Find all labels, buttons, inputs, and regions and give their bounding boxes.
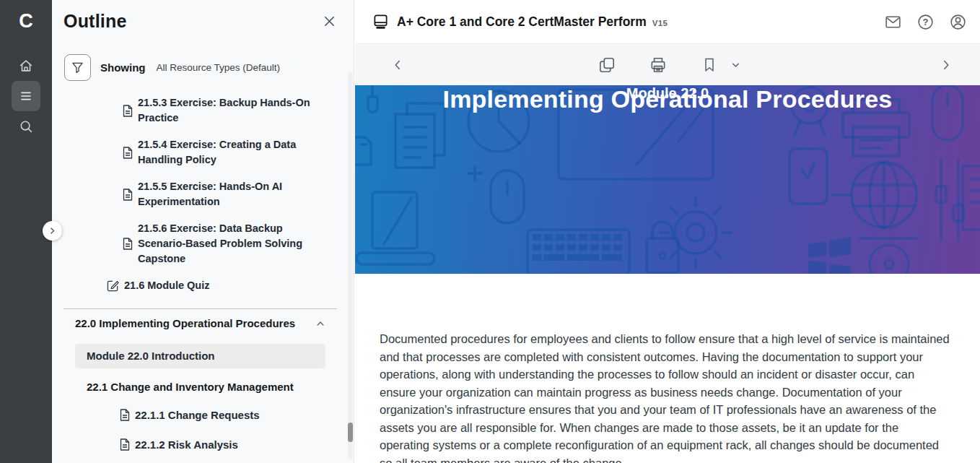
bookmark-icon (701, 56, 718, 74)
lesson-body: Documented procedures for employees and … (355, 274, 980, 463)
home-icon (18, 58, 34, 74)
panel-expand-button[interactable] (43, 221, 62, 241)
close-icon (323, 14, 336, 28)
section-label: 22.0 Implementing Operational Procedures (75, 317, 295, 329)
course-version: V15 (652, 19, 668, 27)
outline-item[interactable]: 21.5.5 Exercise: Hands-On AI Experimenta… (52, 179, 354, 209)
app-window: C Outline (0, 0, 980, 463)
outline-item-label: 21.5.5 Exercise: Hands-On AI Experimenta… (138, 179, 320, 209)
main-content: A+ Core 1 and Core 2 CertMaster Perform … (355, 0, 980, 463)
print-button[interactable] (647, 53, 670, 77)
outline-menu-button[interactable] (12, 81, 40, 111)
outline-divider (64, 308, 337, 309)
outline-item-label: 21.6 Module Quiz (124, 278, 209, 293)
outline-item-quiz[interactable]: 21.6 Module Quiz (52, 278, 354, 293)
outline-title: Outline (64, 11, 127, 32)
copy-icon (598, 56, 616, 74)
print-icon (649, 56, 668, 74)
outline-item[interactable]: 21.5.4 Exercise: Creating a Data Handlin… (52, 137, 354, 168)
search-icon (18, 118, 34, 134)
reader-toolbar (355, 43, 980, 85)
chevron-down-icon (730, 59, 741, 70)
outline-item-label: 21.5.6 Exercise: Data Backup Scenario-Ba… (138, 221, 320, 267)
outline-item[interactable]: 22.1.2 Risk Analysis (52, 437, 354, 452)
close-outline-button[interactable] (321, 13, 338, 30)
filter-button[interactable] (64, 54, 91, 81)
next-page-button[interactable] (936, 55, 956, 75)
document-icon (123, 238, 133, 250)
outline-section-22-header[interactable]: 22.0 Implementing Operational Procedures (75, 317, 325, 329)
bookmark-button[interactable] (699, 54, 720, 76)
banner-pattern (355, 85, 980, 274)
lesson-paragraph: Documented procedures for employees and … (380, 330, 951, 463)
module-banner: Module 22.0 Implementing Operational Pro… (355, 85, 980, 274)
outline-scrollbar-track (348, 72, 353, 459)
account-button[interactable] (948, 12, 968, 33)
bookmark-menu-button[interactable] (728, 57, 743, 72)
document-icon (120, 409, 130, 421)
menu-icon (18, 88, 34, 104)
mail-icon (884, 13, 902, 31)
back-icon (390, 57, 406, 73)
outline-item-selected[interactable]: Module 22.0 Introduction (75, 344, 325, 368)
help-icon: ? (916, 13, 935, 31)
copy-button[interactable] (595, 53, 618, 77)
outline-item-label: 21.5.3 Exercise: Backup Hands-On Practic… (138, 95, 320, 126)
outline-item-label: 22.1.1 Change Requests (135, 407, 260, 423)
filter-value: All Resource Types (Default) (157, 62, 281, 73)
previous-page-button[interactable] (388, 55, 408, 75)
outline-item[interactable]: 22.1.1 Change Requests (52, 407, 354, 423)
filter-icon (71, 61, 84, 74)
outline-item-label: 22.1.2 Risk Analysis (135, 437, 238, 452)
outline-item[interactable]: 21.5.3 Exercise: Backup Hands-On Practic… (52, 95, 354, 126)
course-title: A+ Core 1 and Core 2 CertMaster Perform (397, 14, 647, 30)
forward-icon (938, 57, 954, 73)
help-button[interactable]: ? (915, 12, 936, 33)
chevron-up-icon (315, 319, 325, 329)
document-icon (123, 189, 133, 201)
outline-scrollbar-thumb[interactable] (348, 423, 353, 442)
chevron-right-icon (48, 226, 57, 235)
document-icon (123, 147, 133, 159)
course-header: A+ Core 1 and Core 2 CertMaster Perform … (355, 0, 980, 43)
course-icon (372, 14, 389, 30)
messages-button[interactable] (883, 12, 904, 33)
document-icon (123, 105, 133, 117)
banner-title: Implementing Operational Procedures (355, 85, 980, 113)
outline-panel: Outline Showing All Resource Types (Defa… (52, 0, 354, 463)
outline-item[interactable]: 21.5.6 Exercise: Data Backup Scenario-Ba… (52, 221, 354, 267)
outline-item-section[interactable]: 22.1 Change and Inventory Management (87, 381, 354, 393)
showing-label: Showing (100, 61, 146, 74)
svg-text:?: ? (923, 16, 929, 27)
outline-item-label: 21.5.4 Exercise: Creating a Data Handlin… (138, 137, 320, 168)
outline-tree: 21.5.3 Exercise: Backup Hands-On Practic… (52, 95, 354, 452)
home-button[interactable] (12, 51, 40, 81)
document-icon (120, 438, 130, 451)
search-button[interactable] (12, 111, 40, 142)
account-icon (949, 13, 967, 31)
filter-row: Showing All Resource Types (Default) (64, 54, 354, 81)
comptia-logo: C (19, 7, 33, 35)
quiz-icon (107, 280, 119, 292)
